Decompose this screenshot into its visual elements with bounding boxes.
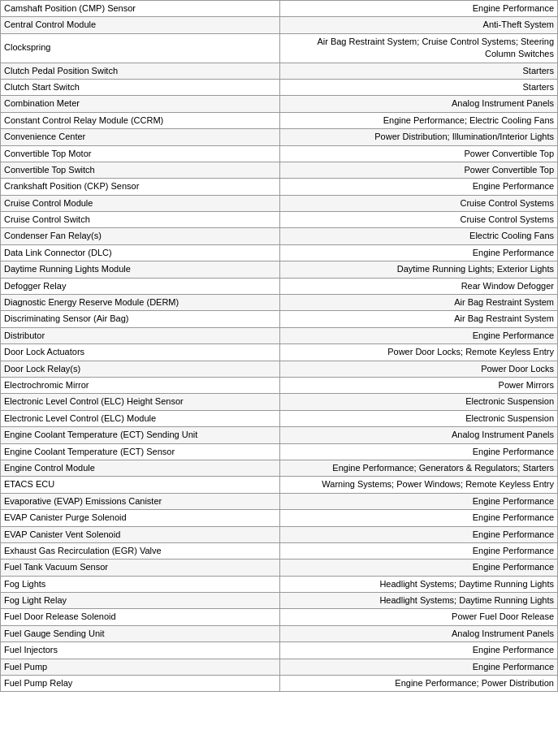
table-row: Fuel Tank Vacuum SensorEngine Performanc… [1,559,558,576]
component-name: Clutch Start Switch [1,79,280,95]
table-row: ClockspringAir Bag Restraint System; Cru… [1,33,558,63]
component-name: Daytime Running Lights Module [1,261,280,278]
system-name: Headlight Systems; Daytime Running Light… [280,576,558,592]
table-row: Electrochromic MirrorPower Mirrors [1,377,558,393]
table-row: Engine Control ModuleEngine Performance;… [1,460,558,476]
table-row: Exhaust Gas Recirculation (EGR) ValveEng… [1,542,558,559]
table-row: Fog LightsHeadlight Systems; Daytime Run… [1,576,558,592]
table-row: Defogger RelayRear Window Defogger [1,278,558,294]
system-name: Engine Performance [280,642,558,659]
system-name: Engine Performance; Power Distribution [280,676,558,692]
table-row: Convenience CenterPower Distribution; Il… [1,129,558,145]
table-row: Data Link Connector (DLC)Engine Performa… [1,244,558,261]
component-name: Distributor [1,327,280,343]
table-row: Camshaft Position (CMP) SensorEngine Per… [1,1,558,17]
table-row: Fuel InjectorsEngine Performance [1,642,558,659]
component-name: Camshaft Position (CMP) Sensor [1,1,280,17]
system-name: Analog Instrument Panels [280,96,558,112]
system-name: Engine Performance [280,559,558,576]
table-row: Engine Coolant Temperature (ECT) Sending… [1,427,558,443]
component-name: Convenience Center [1,129,280,145]
table-row: Fog Light RelayHeadlight Systems; Daytim… [1,593,558,609]
component-name: Engine Coolant Temperature (ECT) Sending… [1,427,280,443]
table-row: Convertible Top SwitchPower Convertible … [1,162,558,178]
system-name: Daytime Running Lights; Exterior Lights [280,261,558,278]
system-name: Starters [280,79,558,95]
table-row: Diagnostic Energy Reserve Module (DERM)A… [1,295,558,311]
table-row: Convertible Top MotorPower Convertible T… [1,145,558,162]
table-row: Crankshaft Position (CKP) SensorEngine P… [1,179,558,195]
component-name: Fuel Injectors [1,642,280,659]
system-name: Electronic Suspension [280,410,558,426]
table-row: Fuel Door Release SolenoidPower Fuel Doo… [1,609,558,625]
table-row: Discriminating Sensor (Air Bag)Air Bag R… [1,311,558,327]
component-name: EVAP Canister Purge Solenoid [1,510,280,526]
system-name: Power Convertible Top [280,145,558,162]
system-name: Cruise Control Systems [280,195,558,211]
table-row: Fuel Gauge Sending UnitAnalog Instrument… [1,625,558,642]
component-name: Convertible Top Switch [1,162,280,178]
table-row: Electronic Level Control (ELC) Height Se… [1,394,558,410]
system-name: Electronic Suspension [280,394,558,410]
system-name: Engine Performance; Generators & Regulat… [280,460,558,476]
system-name: Power Door Locks; Remote Keyless Entry [280,344,558,361]
component-name: Cruise Control Module [1,195,280,211]
component-name: Fuel Tank Vacuum Sensor [1,559,280,576]
system-name: Analog Instrument Panels [280,427,558,443]
table-row: ETACS ECUWarning Systems; Power Windows;… [1,477,558,493]
table-row: EVAP Canister Purge SolenoidEngine Perfo… [1,510,558,526]
system-name: Engine Performance [280,327,558,343]
system-name: Engine Performance [280,443,558,460]
table-row: Evaporative (EVAP) Emissions CanisterEng… [1,493,558,509]
component-name: Clockspring [1,33,280,63]
component-name: Condenser Fan Relay(s) [1,228,280,244]
component-name: Central Control Module [1,17,280,33]
component-name: Fuel Pump Relay [1,676,280,692]
table-row: Clutch Pedal Position SwitchStarters [1,63,558,79]
system-name: Engine Performance [280,493,558,509]
component-name: Diagnostic Energy Reserve Module (DERM) [1,295,280,311]
system-name: Electric Cooling Fans [280,228,558,244]
component-name: Combination Meter [1,96,280,112]
table-row: Engine Coolant Temperature (ECT) SensorE… [1,443,558,460]
system-name: Engine Performance [280,659,558,675]
component-table: Camshaft Position (CMP) SensorEngine Per… [0,0,558,692]
table-row: Clutch Start SwitchStarters [1,79,558,95]
system-name: Engine Performance [280,542,558,559]
system-name: Engine Performance [280,179,558,195]
component-name: Door Lock Relay(s) [1,361,280,377]
component-name: Electronic Level Control (ELC) Height Se… [1,394,280,410]
system-name: Power Fuel Door Release [280,609,558,625]
component-name: Evaporative (EVAP) Emissions Canister [1,493,280,509]
system-name: Power Door Locks [280,361,558,377]
system-name: Power Distribution; Illumination/Interio… [280,129,558,145]
table-row: DistributorEngine Performance [1,327,558,343]
system-name: Anti-Theft System [280,17,558,33]
component-name: Constant Control Relay Module (CCRM) [1,112,280,128]
system-name: Headlight Systems; Daytime Running Light… [280,593,558,609]
system-name: Analog Instrument Panels [280,625,558,642]
table-row: Cruise Control SwitchCruise Control Syst… [1,212,558,228]
system-name: Engine Performance; Electric Cooling Fan… [280,112,558,128]
system-name: Engine Performance [280,244,558,261]
table-row: Daytime Running Lights ModuleDaytime Run… [1,261,558,278]
component-name: Exhaust Gas Recirculation (EGR) Valve [1,542,280,559]
component-name: Fuel Pump [1,659,280,675]
table-row: Central Control ModuleAnti-Theft System [1,17,558,33]
component-name: Defogger Relay [1,278,280,294]
table-row: Door Lock ActuatorsPower Door Locks; Rem… [1,344,558,361]
table-row: EVAP Canister Vent SolenoidEngine Perfor… [1,526,558,542]
system-name: Power Mirrors [280,377,558,393]
component-name: Discriminating Sensor (Air Bag) [1,311,280,327]
system-name: Engine Performance [280,510,558,526]
table-row: Combination MeterAnalog Instrument Panel… [1,96,558,112]
component-name: Clutch Pedal Position Switch [1,63,280,79]
system-name: Starters [280,63,558,79]
system-name: Cruise Control Systems [280,212,558,228]
system-name: Power Convertible Top [280,162,558,178]
table-row: Constant Control Relay Module (CCRM)Engi… [1,112,558,128]
system-name: Rear Window Defogger [280,278,558,294]
system-name: Engine Performance [280,526,558,542]
system-name: Air Bag Restraint System [280,295,558,311]
table-row: Electronic Level Control (ELC) ModuleEle… [1,410,558,426]
